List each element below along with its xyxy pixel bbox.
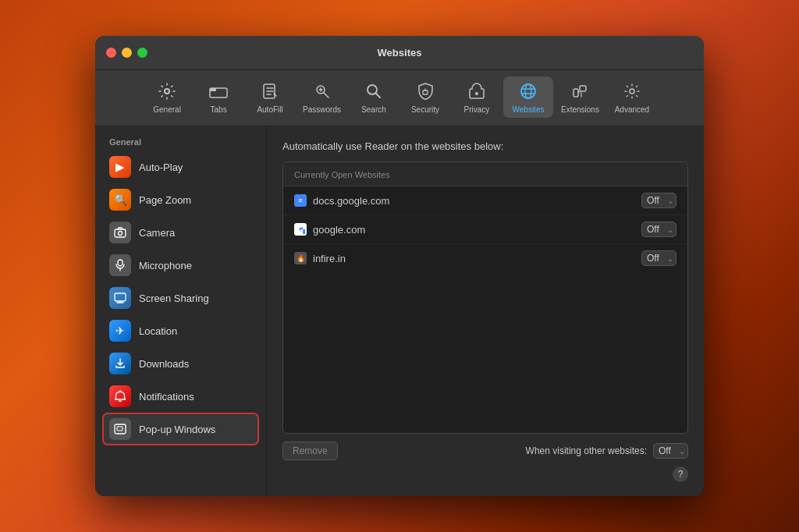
sidebar-item-autoplay[interactable]: ▶ Auto-Play <box>103 151 258 183</box>
sidebar-item-camera[interactable]: Camera <box>103 217 258 248</box>
favicon-google <box>294 223 307 236</box>
privacy-icon <box>466 80 488 102</box>
downloads-icon <box>109 353 131 374</box>
toolbar-item-general[interactable]: General <box>142 76 192 118</box>
sidebar-autoplay-label: Auto-Play <box>139 161 183 173</box>
panel-title: Automatically use Reader on the websites… <box>282 140 688 152</box>
svg-rect-23 <box>117 427 123 431</box>
other-websites-label: When visiting other websites: <box>526 445 647 456</box>
sidebar-popup-label: Pop-up Windows <box>139 424 215 435</box>
toolbar-item-extensions[interactable]: Extensions <box>555 76 605 118</box>
main-window: Websites General Tabs AutoFill <box>95 36 704 496</box>
sidebar-downloads-label: Downloads <box>139 358 189 370</box>
maximize-button[interactable] <box>137 48 147 58</box>
sidebar-pagezoom-label: Page Zoom <box>139 194 191 206</box>
toolbar-label-websites: Websites <box>513 105 545 114</box>
sidebar-camera-label: Camera <box>139 227 175 239</box>
toolbar-label-general: General <box>153 105 181 114</box>
microphone-icon <box>109 254 131 276</box>
right-panel: Automatically use Reader on the websites… <box>267 126 704 496</box>
site-select-infire[interactable]: Off On <box>641 250 676 266</box>
general-icon <box>156 80 178 102</box>
toolbar-item-search[interactable]: Search <box>349 76 399 118</box>
help-button[interactable]: ? <box>673 466 688 482</box>
site-info-google: google.com <box>294 223 365 236</box>
sidebar-item-notifications[interactable]: Notifications <box>103 381 258 412</box>
toolbar-label-tabs: Tabs <box>211 105 227 114</box>
site-select-docs[interactable]: Off On <box>641 193 676 208</box>
svg-point-7 <box>368 85 377 94</box>
sidebar-microphone-label: Microphone <box>139 260 192 271</box>
advanced-icon <box>621 80 643 102</box>
other-websites-select[interactable]: Off On <box>653 443 688 459</box>
toolbar-item-security[interactable]: Security <box>400 76 450 118</box>
search-icon <box>363 80 385 102</box>
svg-rect-8 <box>423 90 428 94</box>
minimize-button[interactable] <box>122 48 132 58</box>
table-body: ≡ docs.google.com Off On <box>283 186 687 433</box>
sidebar-item-popup[interactable]: Pop-up Windows <box>103 413 258 445</box>
toolbar-label-autofill: AutoFill <box>257 105 282 114</box>
other-websites: When visiting other websites: Off On <box>526 443 688 459</box>
sidebar-item-screensharing[interactable]: Screen Sharing <box>103 282 258 314</box>
select-wrapper-other[interactable]: Off On <box>653 443 688 459</box>
svg-rect-21 <box>115 293 126 301</box>
popup-icon <box>109 418 131 440</box>
site-info-docs: ≡ docs.google.com <box>294 194 389 207</box>
panel-bottom: Remove When visiting other websites: Off… <box>282 434 688 482</box>
svg-rect-22 <box>115 424 126 434</box>
sidebar-item-downloads[interactable]: Downloads <box>103 348 258 379</box>
toolbar-label-security: Security <box>411 105 439 114</box>
sidebar-item-pagezoom[interactable]: 🔍 Page Zoom <box>103 184 258 215</box>
websites-icon <box>517 80 539 102</box>
table-row: ≡ docs.google.com Off On <box>283 186 687 215</box>
sidebar-notifications-label: Notifications <box>139 391 194 403</box>
site-info-infire: 🔥 infire.in <box>294 252 346 264</box>
toolbar-item-autofill[interactable]: AutoFill <box>245 76 295 118</box>
passwords-icon <box>311 80 333 102</box>
remove-button[interactable]: Remove <box>282 442 338 460</box>
toolbar: General Tabs AutoFill Passwords <box>95 70 704 126</box>
svg-point-0 <box>165 89 169 94</box>
favicon-docs: ≡ <box>294 194 307 207</box>
toolbar-item-tabs[interactable]: Tabs <box>194 76 243 118</box>
svg-point-11 <box>525 84 531 98</box>
screensharing-icon <box>109 287 131 309</box>
sidebar-screensharing-label: Screen Sharing <box>139 293 209 304</box>
security-icon <box>414 80 436 102</box>
select-wrapper-infire[interactable]: Off On <box>641 250 676 266</box>
autoplay-icon: ▶ <box>109 156 131 178</box>
autofill-icon <box>259 80 281 102</box>
toolbar-label-extensions: Extensions <box>561 105 599 114</box>
toolbar-item-advanced[interactable]: Advanced <box>607 76 657 118</box>
bottom-bar: Remove When visiting other websites: Off… <box>282 434 688 460</box>
pagezoom-icon: 🔍 <box>109 189 131 211</box>
sidebar-item-microphone[interactable]: Microphone <box>103 250 258 281</box>
table-row: google.com Off On <box>283 215 687 244</box>
select-wrapper-google[interactable]: Off On <box>641 222 676 237</box>
svg-rect-17 <box>115 229 126 237</box>
window-title: Websites <box>378 47 422 59</box>
toolbar-item-privacy[interactable]: Privacy <box>452 76 502 118</box>
favicon-infire: 🔥 <box>294 252 307 264</box>
toolbar-label-passwords: Passwords <box>303 105 341 114</box>
svg-point-18 <box>119 232 123 236</box>
toolbar-item-passwords[interactable]: Passwords <box>297 76 347 118</box>
camera-icon <box>109 222 131 243</box>
sidebar: General ▶ Auto-Play 🔍 Page Zoom Camera <box>95 126 267 496</box>
select-wrapper-docs[interactable]: Off On <box>641 193 676 208</box>
sidebar-location-label: Location <box>139 325 177 337</box>
websites-table: Currently Open Websites ≡ docs.google.co… <box>282 161 688 434</box>
traffic-lights <box>106 48 147 58</box>
toolbar-label-search: Search <box>361 105 386 114</box>
tabs-icon <box>208 80 229 102</box>
close-button[interactable] <box>106 48 116 58</box>
table-header-label: Currently Open Websites <box>294 170 390 179</box>
sidebar-section-label: General <box>103 137 258 151</box>
toolbar-item-websites[interactable]: Websites <box>503 76 553 118</box>
extensions-icon <box>569 80 591 102</box>
site-select-google[interactable]: Off On <box>641 222 676 237</box>
location-icon: ✈ <box>109 320 131 342</box>
sidebar-item-location[interactable]: ✈ Location <box>103 315 258 346</box>
titlebar: Websites <box>95 36 704 70</box>
